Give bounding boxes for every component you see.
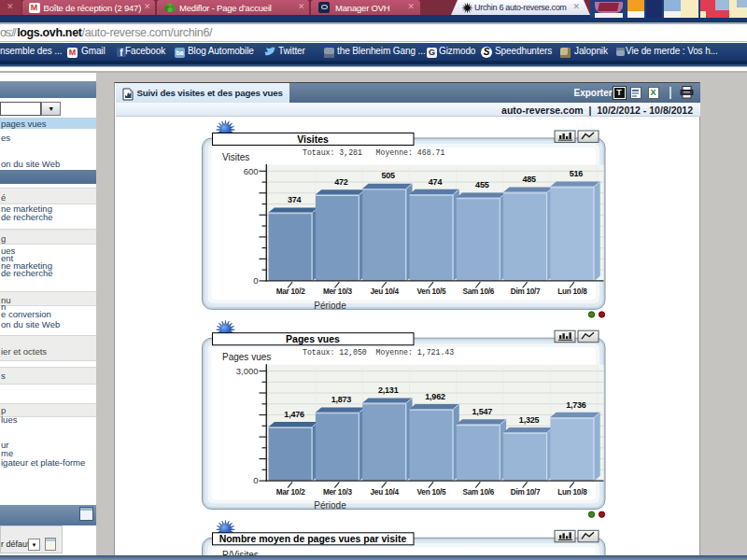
svg-text:1,547: 1,547 [472,407,493,416]
svg-text:Dim 10/7: Dim 10/7 [511,488,541,497]
svg-text:3,000: 3,000 [236,366,259,376]
svg-text:455: 455 [475,180,489,189]
svg-text:Ven 10/5: Ven 10/5 [417,287,446,296]
svg-text:505: 505 [381,171,395,180]
svg-text:Pages vues: Pages vues [222,352,271,362]
svg-text:1,962: 1,962 [425,392,445,401]
svg-text:Période: Période [314,500,346,511]
svg-text:Lun 10/8: Lun 10/8 [557,488,587,497]
svg-text:516: 516 [570,169,584,178]
svg-text:Période: Période [314,301,346,311]
svg-text:Totaux: 12,050 Moyenne: 1,721: Totaux: 12,050 Moyenne: 1,721.43 [303,348,454,357]
svg-text:Sam 10/6: Sam 10/6 [463,287,495,296]
svg-text:2,131: 2,131 [378,385,399,395]
svg-text:Totaux: 3,281 Moyenne: 468.7: Totaux: 3,281 Moyenne: 468.71 [303,148,444,157]
svg-text:Sam 10/6: Sam 10/6 [463,488,495,497]
svg-text:Mar 10/2: Mar 10/2 [276,488,305,497]
svg-text:1,736: 1,736 [566,400,586,410]
svg-text:0: 0 [253,475,258,485]
svg-text:Jeu 10/4: Jeu 10/4 [371,287,400,296]
svg-text:485: 485 [522,175,536,184]
svg-text:Mar 10/2: Mar 10/2 [276,287,305,296]
svg-text:600: 600 [244,166,259,176]
svg-text:1,476: 1,476 [284,410,304,419]
svg-text:1,873: 1,873 [331,395,352,404]
svg-text:474: 474 [429,177,443,187]
svg-text:0: 0 [253,275,258,286]
svg-text:1,325: 1,325 [519,415,540,425]
svg-text:Visites: Visites [222,152,249,162]
svg-text:374: 374 [288,195,302,204]
svg-text:Mer 10/3: Mer 10/3 [323,488,352,497]
svg-text:Pages vues: Pages vues [286,333,340,344]
svg-text:Jeu 10/4: Jeu 10/4 [371,488,400,497]
svg-text:Lun 10/8: Lun 10/8 [557,287,587,296]
svg-text:Nombre moyen de pages vues par: Nombre moyen de pages vues par visite [219,533,407,544]
svg-text:472: 472 [334,177,348,187]
svg-text:Visites: Visites [297,133,329,145]
svg-text:Ven 10/5: Ven 10/5 [417,488,446,497]
svg-text:Dim 10/7: Dim 10/7 [511,287,541,296]
svg-text:Mer 10/3: Mer 10/3 [323,287,352,296]
